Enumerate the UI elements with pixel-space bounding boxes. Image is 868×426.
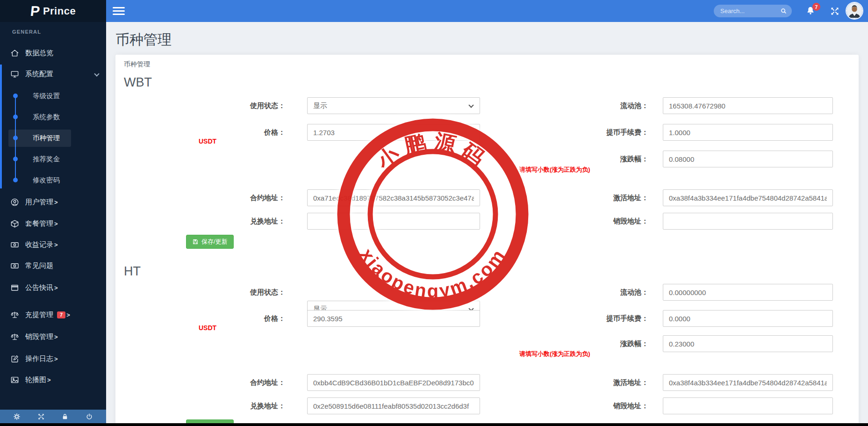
brand-name: Prince — [43, 5, 76, 17]
gear-icon[interactable] — [13, 413, 21, 420]
submenu-dot — [13, 115, 18, 119]
destroy-input-ht[interactable] — [663, 397, 833, 414]
sidebar-item-dashboard[interactable]: 数据总览 — [0, 43, 106, 62]
sidebar-footer — [0, 410, 106, 424]
price-label: 价格： — [115, 124, 285, 141]
change-label: 涨跌幅： — [508, 151, 648, 167]
contract-input-wbt[interactable] — [307, 189, 480, 206]
page-title: 币种管理 — [115, 30, 172, 50]
power-icon[interactable] — [86, 413, 93, 420]
destroy-label: 销毁地址： — [508, 213, 648, 230]
swap-input-wbt[interactable] — [307, 213, 480, 230]
sidebar-item-income-records[interactable]: 收益记录> — [0, 235, 106, 254]
pool-label: 流动池： — [508, 97, 648, 114]
brand-icon: P — [29, 4, 40, 18]
status-select-wbt[interactable]: 显示 — [307, 97, 480, 114]
sidebar-item-change-password[interactable]: 修改密码 — [33, 172, 106, 188]
search-input[interactable] — [720, 7, 780, 14]
fee-label: 提币手续费： — [508, 310, 648, 327]
sidebar-item-destroy-management[interactable]: 销毁管理> — [0, 327, 106, 346]
price-input-ht[interactable] — [307, 310, 480, 327]
contract-label: 合约地址： — [115, 374, 285, 391]
price-input-wbt[interactable] — [307, 124, 480, 141]
banknote-icon — [10, 261, 19, 270]
notification-count-badge: 7 — [812, 3, 820, 11]
submenu-dot — [13, 178, 18, 182]
fee-label: 提币手续费： — [508, 124, 648, 141]
hamburger-menu-icon[interactable] — [113, 5, 125, 17]
lock-icon[interactable] — [61, 413, 69, 420]
user-avatar[interactable] — [846, 3, 862, 19]
contract-input-ht[interactable] — [307, 374, 480, 391]
search-box[interactable] — [714, 5, 792, 17]
scales-icon — [10, 332, 19, 341]
sidebar-section-label: GENERAL — [12, 29, 41, 35]
sidebar-item-system-config[interactable]: 系统配置 — [0, 65, 106, 83]
deposit-badge: 7 — [57, 311, 65, 318]
coin-name-ht: HT — [124, 264, 141, 279]
topbar: 7 — [106, 0, 868, 22]
submenu-dot — [13, 94, 18, 98]
save-button-wbt[interactable]: 保存/更新 — [186, 235, 234, 249]
scales-icon — [10, 310, 19, 319]
pool-label: 流动池： — [508, 284, 648, 301]
pool-input-wbt[interactable] — [663, 97, 833, 114]
activate-label: 激活地址： — [508, 189, 648, 206]
edit-icon — [10, 354, 19, 363]
sidebar-item-system-params[interactable]: 系统参数 — [33, 108, 106, 125]
window-icon — [10, 283, 19, 292]
swap-label: 兑换地址： — [115, 213, 285, 230]
sidebar-item-announcements[interactable]: 公告快讯> — [0, 278, 106, 297]
fee-input-wbt[interactable] — [663, 124, 833, 141]
monitor-icon — [10, 70, 19, 79]
home-icon — [10, 49, 19, 58]
floppy-icon — [192, 238, 199, 245]
bottom-black-bar — [0, 423, 868, 426]
swap-input-ht[interactable] — [307, 397, 480, 414]
banknote-icon — [10, 240, 19, 249]
chevron-down-icon — [94, 71, 99, 76]
image-icon — [10, 375, 19, 384]
sidebar-item-carousel[interactable]: 轮播图> — [0, 370, 106, 389]
pool-input-ht[interactable] — [663, 284, 833, 301]
main-content: 币种管理 币种管理 WBT USDT 使用状态： 显示 流动池： 价格： 提币手… — [106, 22, 868, 426]
sidebar-item-deposit-withdraw[interactable]: 充提管理 7 > — [0, 305, 106, 324]
submenu-dot — [13, 157, 18, 161]
sidebar-item-user-management[interactable]: 用户管理> — [0, 193, 106, 211]
change-note-wbt: 请填写小数(涨为正跌为负) — [519, 166, 590, 174]
coin-management-card: 币种管理 WBT USDT 使用状态： 显示 流动池： 价格： 提币手续费： 涨… — [115, 55, 859, 426]
sidebar-item-coin-management[interactable]: 币种管理 — [33, 130, 106, 146]
expand-arrows-icon[interactable] — [37, 413, 45, 420]
change-note-ht: 请填写小数(涨为正跌为负) — [519, 350, 590, 358]
breadcrumb: 币种管理 — [124, 60, 150, 69]
notifications-button[interactable]: 7 — [805, 6, 817, 17]
select-chevron-icon — [468, 102, 473, 108]
coin-name-wbt: WBT — [124, 75, 152, 90]
brand-logo[interactable]: P Prince — [0, 0, 106, 22]
activate-input-ht[interactable] — [663, 374, 833, 391]
activate-label: 激活地址： — [508, 374, 648, 391]
status-label: 使用状态： — [115, 284, 285, 301]
contract-label: 合约地址： — [115, 189, 285, 206]
destroy-input-wbt[interactable] — [663, 213, 833, 230]
price-label: 价格： — [115, 310, 285, 327]
package-icon — [10, 219, 19, 228]
submenu-dot — [13, 136, 18, 140]
sidebar: P Prince GENERAL 数据总览 系统配置 等级设置 系统参数 币种管… — [0, 0, 106, 426]
sidebar-item-package-management[interactable]: 套餐管理> — [0, 214, 106, 233]
destroy-label: 销毁地址： — [508, 397, 648, 414]
sidebar-item-operation-logs[interactable]: 操作日志> — [0, 349, 106, 368]
fee-input-ht[interactable] — [663, 310, 833, 327]
change-input-ht[interactable] — [663, 335, 833, 352]
sidebar-item-faq[interactable]: 常见问题 — [0, 256, 106, 275]
fullscreen-icon[interactable] — [830, 6, 840, 16]
change-input-wbt[interactable] — [663, 151, 833, 167]
status-label: 使用状态： — [115, 97, 285, 114]
activate-input-wbt[interactable] — [663, 189, 833, 206]
sidebar-item-level-settings[interactable]: 等级设置 — [33, 87, 106, 104]
search-icon[interactable] — [780, 7, 787, 14]
swap-label: 兑换地址： — [115, 397, 285, 414]
sidebar-item-referral-bonus[interactable]: 推荐奖金 — [33, 151, 106, 167]
user-icon — [10, 198, 19, 207]
